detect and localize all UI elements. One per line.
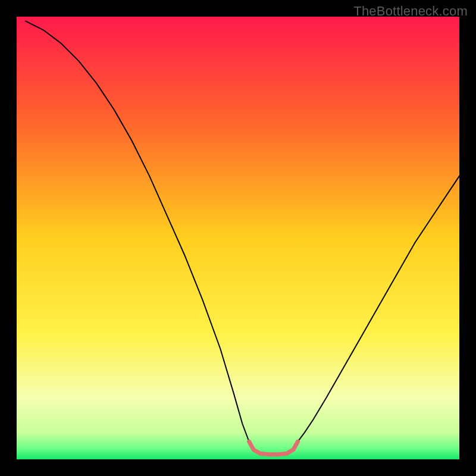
gradient-background	[17, 17, 459, 459]
watermark-text: TheBottleneck.com	[353, 4, 468, 19]
chart-frame: TheBottleneck.com	[0, 0, 476, 476]
plot-area	[17, 17, 459, 459]
chart-svg	[17, 17, 459, 459]
